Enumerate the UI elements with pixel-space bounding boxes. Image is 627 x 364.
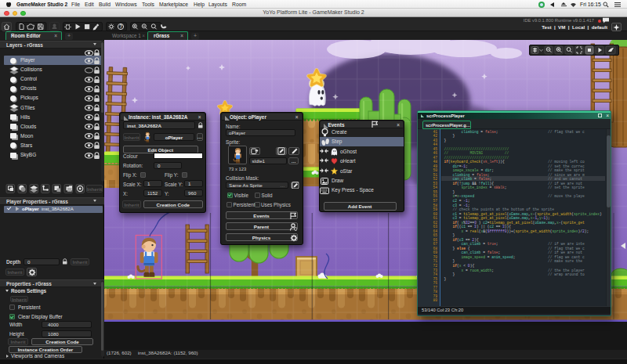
svg-text:?: ? (119, 23, 122, 29)
